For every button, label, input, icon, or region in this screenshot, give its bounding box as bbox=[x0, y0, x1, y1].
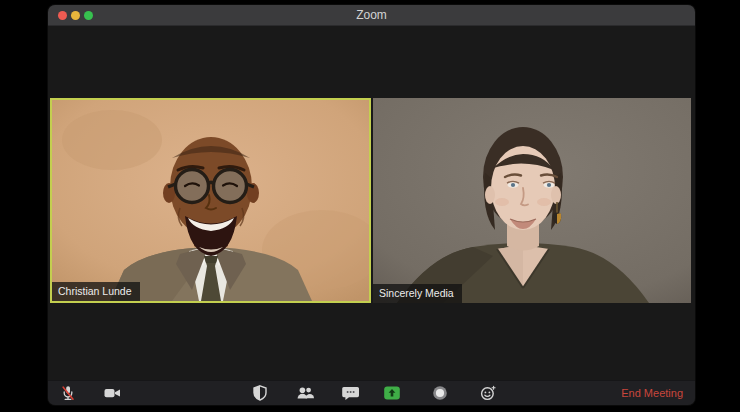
share-screen-button[interactable] bbox=[378, 382, 406, 404]
participant-name-label: Sincerely Media bbox=[373, 284, 462, 303]
mic-muted-icon bbox=[59, 384, 77, 402]
chat-button[interactable] bbox=[336, 382, 364, 404]
reactions-button[interactable] bbox=[474, 382, 502, 404]
share-screen-icon bbox=[383, 384, 401, 402]
reactions-icon bbox=[479, 384, 497, 402]
mute-button[interactable] bbox=[54, 382, 82, 404]
start-video-button[interactable] bbox=[98, 382, 126, 404]
participants-button[interactable] bbox=[291, 382, 319, 404]
video-grid: Christian Lunde bbox=[48, 26, 695, 381]
shield-icon bbox=[251, 384, 269, 402]
video-tile-christian-lunde[interactable]: Christian Lunde bbox=[50, 98, 371, 303]
record-button[interactable] bbox=[426, 382, 454, 404]
security-button[interactable] bbox=[246, 382, 274, 404]
record-icon bbox=[431, 384, 449, 402]
end-meeting-button[interactable]: End Meeting bbox=[621, 381, 683, 405]
title-bar: Zoom bbox=[48, 5, 695, 26]
zoom-window: Zoom bbox=[48, 5, 695, 405]
window-title: Zoom bbox=[48, 5, 695, 25]
video-tile-sincerely-media[interactable]: Sincerely Media bbox=[373, 98, 691, 303]
chat-icon bbox=[341, 384, 359, 402]
camera-icon bbox=[103, 384, 122, 402]
participants-icon bbox=[296, 384, 315, 402]
participant-video-portrait bbox=[52, 100, 369, 301]
meeting-toolbar: End Meeting bbox=[48, 380, 695, 405]
participant-video-portrait bbox=[373, 98, 691, 303]
participant-name-label: Christian Lunde bbox=[52, 282, 140, 301]
